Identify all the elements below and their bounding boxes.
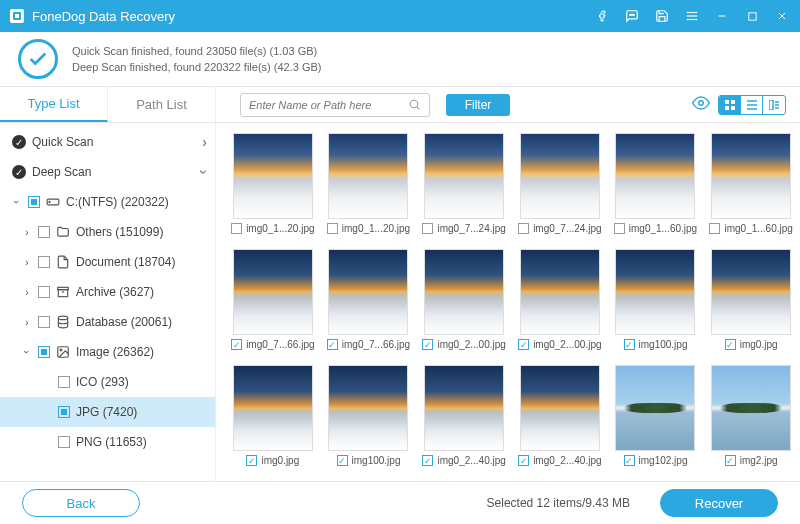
file-thumbnail[interactable] [520,249,600,335]
file-card[interactable]: ✓img0.jpg [226,365,320,475]
file-card[interactable]: ✓img0.jpg [704,249,798,359]
file-checkbox[interactable]: ✓ [624,339,635,350]
search-input-wrapper[interactable] [240,93,430,117]
sidebar-image[interactable]: › Image (26362) [0,337,215,367]
file-name: img0_7...66.jpg [246,339,314,350]
file-checkbox[interactable]: ✓ [518,223,529,234]
sidebar-archive[interactable]: › Archive (3627) [0,277,215,307]
file-card[interactable]: ✓img0_1...60.jpg [704,133,798,243]
sidebar-quick-scan[interactable]: ✓ Quick Scan › [0,127,215,157]
file-card[interactable]: ✓img2.jpg [704,365,798,475]
sidebar-jpg[interactable]: JPG (7420) [0,397,215,427]
file-card[interactable]: ✓img0_7...24.jpg [513,133,607,243]
file-thumbnail[interactable] [233,249,313,335]
checkbox-icon[interactable] [38,226,50,238]
back-button[interactable]: Back [22,489,140,517]
save-icon[interactable] [654,8,670,24]
checkbox-icon[interactable] [58,376,70,388]
file-checkbox[interactable]: ✓ [231,223,242,234]
chevron-right-icon: › [22,227,32,237]
sidebar-document[interactable]: › Document (18704) [0,247,215,277]
file-thumbnail[interactable] [615,133,695,219]
file-thumbnail[interactable] [520,133,600,219]
file-checkbox[interactable]: ✓ [614,223,625,234]
file-card[interactable]: ✓img0_2...00.jpg [513,249,607,359]
file-checkbox[interactable]: ✓ [725,339,736,350]
file-card[interactable]: ✓img0_1...60.jpg [609,133,703,243]
file-thumbnail[interactable] [424,249,504,335]
file-card[interactable]: ✓img0_2...00.jpg [417,249,511,359]
file-thumbnail[interactable] [424,133,504,219]
tab-type-list[interactable]: Type List [0,87,108,122]
file-thumbnail[interactable] [233,365,313,451]
file-name: img100.jpg [639,339,688,350]
checkbox-icon[interactable] [28,196,40,208]
sidebar-png[interactable]: PNG (11653) [0,427,215,457]
view-grid-icon[interactable] [719,96,741,114]
facebook-icon[interactable] [594,8,610,24]
checkbox-icon[interactable] [38,286,50,298]
file-checkbox[interactable]: ✓ [337,455,348,466]
file-card[interactable]: ✓img0_1...20.jpg [226,133,320,243]
feedback-icon[interactable] [624,8,640,24]
file-card[interactable]: ✓img0_7...66.jpg [322,249,416,359]
file-thumbnail[interactable] [711,249,791,335]
checkbox-icon[interactable] [58,406,70,418]
sidebar-database[interactable]: › Database (20061) [0,307,215,337]
file-checkbox[interactable]: ✓ [518,455,529,466]
file-thumbnail[interactable] [520,365,600,451]
file-thumbnail[interactable] [328,365,408,451]
file-card[interactable]: ✓img0_2...40.jpg [513,365,607,475]
file-card[interactable]: ✓img0_1...20.jpg [322,133,416,243]
sidebar-label: Database (20061) [76,315,172,329]
file-thumbnail[interactable] [711,133,791,219]
file-checkbox[interactable]: ✓ [624,455,635,466]
file-checkbox[interactable]: ✓ [422,223,433,234]
file-checkbox[interactable]: ✓ [422,455,433,466]
file-thumbnail[interactable] [424,365,504,451]
menu-icon[interactable] [684,8,700,24]
view-detail-icon[interactable] [763,96,785,114]
recover-button[interactable]: Recover [660,489,778,517]
file-thumbnail[interactable] [328,249,408,335]
file-checkbox[interactable]: ✓ [246,455,257,466]
file-checkbox[interactable]: ✓ [709,223,720,234]
sidebar-ico[interactable]: ICO (293) [0,367,215,397]
file-checkbox[interactable]: ✓ [231,339,242,350]
view-list-icon[interactable] [741,96,763,114]
sidebar-drive[interactable]: › C:(NTFS) (220322) [0,187,215,217]
svg-line-11 [417,107,420,110]
file-card[interactable]: ✓img100.jpg [609,249,703,359]
file-card[interactable]: ✓img102.jpg [609,365,703,475]
file-card[interactable]: ✓img0_2...40.jpg [417,365,511,475]
file-thumbnail[interactable] [711,365,791,451]
file-name: img0.jpg [740,339,778,350]
sidebar-others[interactable]: › Others (151099) [0,217,215,247]
file-checkbox[interactable]: ✓ [327,223,338,234]
file-thumbnail[interactable] [615,249,695,335]
sidebar-label: Others (151099) [76,225,163,239]
sidebar-deep-scan[interactable]: ✓ Deep Scan › [0,157,215,187]
file-checkbox[interactable]: ✓ [422,339,433,350]
preview-icon[interactable] [692,94,710,115]
toolbar: Type List Path List Filter [0,87,800,123]
filter-button[interactable]: Filter [446,94,510,116]
file-checkbox[interactable]: ✓ [518,339,529,350]
file-card[interactable]: ✓img0_7...66.jpg [226,249,320,359]
file-card[interactable]: ✓img100.jpg [322,365,416,475]
search-input[interactable] [249,99,408,111]
maximize-icon[interactable] [744,8,760,24]
close-icon[interactable] [774,8,790,24]
file-thumbnail[interactable] [233,133,313,219]
checkbox-icon[interactable] [58,436,70,448]
file-checkbox[interactable]: ✓ [725,455,736,466]
file-card[interactable]: ✓img0_7...24.jpg [417,133,511,243]
checkbox-icon[interactable] [38,316,50,328]
tab-path-list[interactable]: Path List [108,87,216,122]
checkbox-icon[interactable] [38,346,50,358]
file-thumbnail[interactable] [615,365,695,451]
checkbox-icon[interactable] [38,256,50,268]
file-checkbox[interactable]: ✓ [327,339,338,350]
minimize-icon[interactable] [714,8,730,24]
file-thumbnail[interactable] [328,133,408,219]
